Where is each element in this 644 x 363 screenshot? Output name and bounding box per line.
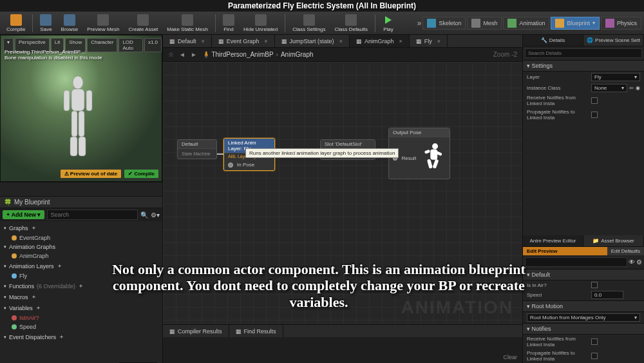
cat-graphs[interactable]: Graphs＋ (0, 222, 162, 233)
search-icon[interactable]: 🔍 (140, 211, 148, 219)
zoom-level: Zoom -2 (493, 51, 517, 58)
save-button[interactable]: Save (36, 13, 55, 34)
find-button[interactable]: Find (219, 13, 238, 34)
viewport-message: Previewing ThirdPerson_AnimBP ... Bone m… (5, 50, 102, 61)
hide-unrelated-button[interactable]: Hide Unrelated (240, 13, 281, 34)
tab-compiler-results[interactable]: ▦ Compiler Results (163, 325, 229, 337)
details-icon: 🔧 (541, 37, 547, 43)
tab-fly[interactable]: ▦ Fly× (410, 35, 448, 47)
receive-notifies-checkbox-2[interactable] (591, 338, 598, 345)
mannequin-preview (52, 74, 104, 164)
add-function-icon[interactable]: ＋ (78, 282, 84, 290)
root-motion-mode-dropdown[interactable]: Root Motion from Montages Only▾ (527, 313, 640, 322)
svg-rect-11 (424, 150, 430, 154)
viewport-compile-button[interactable]: ✔ Compile (124, 169, 159, 179)
instance-class-dropdown[interactable]: None▾ (591, 84, 627, 92)
browse-button[interactable]: Browse (57, 13, 82, 34)
breadcrumb: ☆ ◄ ► 🧍 ThirdPerson_AnimBP›AnimGraph Zoo… (163, 48, 522, 62)
label-instance-class: Instance Class (527, 85, 589, 91)
filter-icon[interactable]: ⚙ (636, 259, 642, 266)
speed-input[interactable]: 0.0 (591, 291, 623, 299)
use-icon[interactable]: ◉ (636, 85, 640, 91)
close-icon[interactable]: × (399, 38, 402, 44)
nav-back-icon[interactable]: ◄ (179, 51, 185, 58)
edit-preview-button[interactable]: Edit Preview (523, 247, 607, 255)
eye-icon[interactable]: 👁 (629, 259, 635, 266)
tab-eventgraph[interactable]: ▦ Event Graph× (212, 35, 275, 47)
class-defaults-button[interactable]: Class Defaults (330, 13, 372, 34)
item-animgraph[interactable]: AnimGraph (0, 251, 162, 260)
tab-animgraph[interactable]: ▦ AnimGraph× (350, 35, 410, 47)
var-isinair[interactable]: IsInAir? (0, 313, 162, 322)
tab-preview-scene[interactable]: 🌐Preview Scene Sett (583, 35, 644, 46)
item-eventgraph[interactable]: EventGraph (0, 233, 162, 242)
add-graph-icon[interactable]: ＋ (31, 224, 37, 232)
compile-button[interactable]: Compile (3, 13, 29, 34)
tab-find-results[interactable]: ▦ Find Results (229, 325, 283, 337)
pose-pin-icon[interactable] (228, 162, 233, 168)
label-receive-notifies: Receive Notifies from Linked Insta (527, 95, 589, 106)
preview-mesh-button[interactable]: Preview Mesh (83, 13, 123, 34)
settings-icon[interactable]: ⚙▾ (151, 211, 160, 219)
tab-asset-browser[interactable]: 📁Asset Browser (583, 235, 644, 246)
make-static-mesh-button[interactable]: Make Static Mesh (163, 13, 212, 34)
create-asset-button[interactable]: Create Asset (125, 13, 162, 34)
clear-button[interactable]: Clear (503, 354, 517, 360)
var-speed[interactable]: Speed (0, 322, 162, 331)
close-icon[interactable]: × (437, 38, 440, 44)
close-icon[interactable]: × (264, 38, 267, 44)
svg-rect-7 (70, 137, 77, 156)
close-icon[interactable]: × (202, 38, 205, 44)
edit-defaults-button[interactable]: Edit Defaults (607, 247, 644, 255)
add-layer-icon[interactable]: ＋ (57, 262, 62, 270)
section-settings[interactable]: ▾ Settings (523, 60, 644, 72)
details-search[interactable] (525, 48, 642, 58)
mode-skeleton[interactable]: Skeleton (422, 17, 466, 30)
propagate-notifies-checkbox-2[interactable] (591, 353, 598, 359)
close-icon[interactable]: × (339, 38, 343, 44)
svg-rect-2 (71, 89, 84, 111)
layer-dropdown[interactable]: Fly▾ (591, 73, 640, 81)
section-notifies[interactable]: ▾ Notifies (523, 323, 644, 335)
tab-jumpstart[interactable]: ▦ JumpStart (state)× (275, 35, 350, 47)
tab-details[interactable]: 🔧Details (523, 35, 583, 46)
cat-anim-graphs[interactable]: Animation Graphs (0, 242, 162, 251)
label-layer: Layer (527, 74, 589, 80)
compiler-results-panel: Clear (163, 337, 522, 363)
svg-rect-3 (64, 90, 70, 111)
viewport-speed[interactable]: x1.0 (144, 38, 162, 52)
add-new-button[interactable]: + Add New ▾ (3, 210, 44, 219)
viewport-lod[interactable]: LOD Auto (118, 38, 142, 52)
mode-animation[interactable]: Animation (503, 17, 549, 30)
add-macro-icon[interactable]: ＋ (31, 293, 37, 301)
favorite-icon[interactable]: ☆ (168, 51, 174, 58)
mode-physics[interactable]: Physics (601, 17, 641, 30)
tab-anim-preview-editor[interactable]: Anim Preview Editor (523, 235, 583, 246)
mode-mesh[interactable]: Mesh (467, 17, 502, 30)
node-default[interactable]: Default State Machine (177, 139, 217, 159)
nav-fwd-icon[interactable]: ► (191, 51, 197, 58)
propagate-notifies-checkbox[interactable] (591, 112, 598, 118)
browse-icon[interactable]: ⇦ (629, 85, 634, 91)
receive-notifies-checkbox[interactable] (591, 97, 598, 104)
scene-icon: 🌐 (587, 37, 593, 43)
label-propagate-notifies: Propagate Notifies to Linked Insta (527, 109, 589, 121)
overflow-icon[interactable]: » (417, 19, 422, 28)
play-button[interactable]: Play (379, 13, 398, 34)
node-tooltip: Runs another linked animation layer grap… (245, 148, 399, 158)
cat-event-dispatchers[interactable]: Event Dispatchers＋ (0, 331, 162, 342)
add-dispatcher-icon[interactable]: ＋ (59, 333, 64, 341)
my-blueprint-search[interactable] (47, 210, 138, 220)
page-title: Parameterized Fly Electric System (All I… (0, 1, 644, 10)
tab-default[interactable]: ▦ Default× (163, 35, 212, 47)
preview-out-of-date-button[interactable]: ⚠ Preview out of date (60, 169, 122, 179)
is-in-air-checkbox[interactable] (591, 282, 598, 288)
class-settings-button[interactable]: Class Settings (289, 13, 329, 34)
anim-viewport[interactable]: ▾ Perspective Lit Show Character LOD Aut… (0, 35, 162, 182)
svg-rect-6 (79, 111, 84, 137)
add-variable-icon[interactable]: ＋ (35, 304, 41, 312)
svg-rect-14 (433, 159, 439, 168)
chevron-down-icon: ▾ (621, 85, 624, 91)
mode-blueprint[interactable]: Blueprint▾ (551, 17, 600, 30)
label-propagate-notifies-2: Propagate Notifies to Linked Insta (527, 350, 589, 362)
